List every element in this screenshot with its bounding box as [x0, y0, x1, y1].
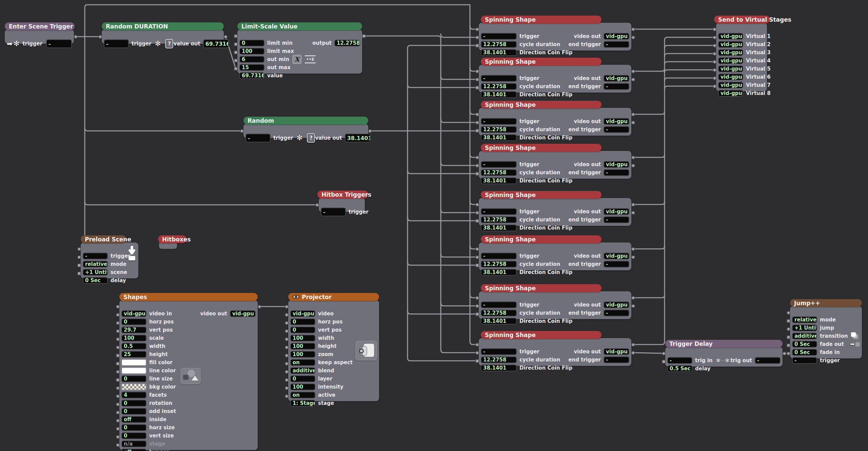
input-port[interactable]: [713, 36, 716, 39]
cycle-duration-value[interactable]: 12.2758: [481, 41, 517, 48]
output-port[interactable]: [631, 164, 635, 168]
wire[interactable]: [633, 202, 665, 204]
scene-value[interactable]: +1 Untit: [83, 269, 108, 276]
cycle-duration-value[interactable]: 12.2758: [481, 126, 517, 133]
node-header[interactable]: Hitboxes: [158, 235, 186, 243]
output-port[interactable]: [631, 247, 635, 251]
input-port[interactable]: [285, 313, 289, 317]
cycle-duration-value[interactable]: 12.2758: [481, 356, 517, 363]
wire[interactable]: [408, 262, 477, 265]
input-port[interactable]: [475, 172, 479, 176]
input-port[interactable]: [787, 311, 790, 315]
end-trigger-out-value[interactable]: -: [604, 216, 629, 223]
input-port[interactable]: [116, 427, 120, 431]
intensity-value[interactable]: 100: [290, 384, 315, 390]
input-port[interactable]: [116, 337, 120, 341]
input-port[interactable]: [475, 247, 479, 251]
bkg-color-swatch[interactable]: [121, 384, 146, 390]
value-out-out-value[interactable]: 69.7316: [203, 39, 229, 48]
trigger-value[interactable]: -: [481, 33, 517, 40]
input-port[interactable]: [713, 44, 716, 47]
input-port[interactable]: [475, 211, 479, 215]
wire[interactable]: [441, 209, 477, 213]
fade-in-value[interactable]: 0 Sec: [792, 349, 817, 356]
input-port[interactable]: [116, 346, 120, 349]
input-port[interactable]: [116, 394, 120, 398]
node-header[interactable]: Spinning Shape: [481, 144, 601, 152]
input-port[interactable]: [713, 76, 716, 80]
cycle-duration-value[interactable]: 12.2758: [481, 216, 517, 223]
wire[interactable]: [408, 170, 477, 174]
input-port[interactable]: [662, 360, 666, 364]
video-out-out-value[interactable]: vid-gpu: [604, 75, 629, 82]
input-port[interactable]: [285, 362, 289, 366]
output-port[interactable]: [631, 255, 635, 259]
output-port[interactable]: [631, 203, 635, 207]
trigger-value[interactable]: -: [245, 134, 271, 142]
end-trigger-out-value[interactable]: -: [604, 169, 629, 176]
cycle-duration-value[interactable]: 12.2758: [481, 169, 517, 176]
input-port[interactable]: [285, 378, 289, 382]
inside-value[interactable]: off: [121, 416, 146, 423]
input-port[interactable]: [475, 219, 479, 223]
output-port[interactable]: [258, 305, 261, 309]
trigger-value[interactable]: -: [321, 208, 346, 216]
input-port[interactable]: [234, 67, 238, 71]
wire[interactable]: [85, 128, 242, 131]
input-port[interactable]: [77, 272, 81, 275]
input-port[interactable]: [475, 359, 479, 363]
input-port[interactable]: [285, 321, 289, 325]
video-out-out-value[interactable]: vid-gpu: [604, 301, 629, 308]
input-port[interactable]: [787, 319, 790, 323]
output-port[interactable]: [631, 211, 635, 215]
output-port[interactable]: [631, 296, 635, 300]
wire[interactable]: [408, 84, 477, 87]
input-port[interactable]: [475, 44, 479, 47]
end-trigger-out-value[interactable]: -: [604, 310, 629, 316]
node-header[interactable]: Preload Scene: [81, 235, 126, 243]
out-min-value[interactable]: 6: [239, 56, 264, 63]
output-port[interactable]: [631, 156, 635, 159]
output-port[interactable]: [631, 36, 635, 39]
width-value[interactable]: 0.5: [121, 343, 146, 350]
vert-pos-value[interactable]: 0: [290, 327, 315, 333]
out-max-value[interactable]: 15: [239, 64, 264, 71]
input-port[interactable]: [234, 34, 238, 38]
trigger-value[interactable]: -: [481, 208, 517, 215]
node-header[interactable]: Spinning Shape: [481, 101, 601, 109]
trigger-value[interactable]: -: [83, 253, 108, 259]
node-header[interactable]: Random: [243, 117, 368, 124]
input-port[interactable]: [713, 68, 716, 72]
output-port[interactable]: [74, 35, 78, 39]
input-port[interactable]: [315, 203, 319, 207]
height-value[interactable]: 100: [290, 343, 315, 350]
output-port[interactable]: [224, 35, 228, 39]
input-port[interactable]: [475, 156, 479, 159]
wire[interactable]: [665, 62, 714, 64]
input-port[interactable]: [240, 129, 244, 133]
input-port[interactable]: [77, 255, 81, 259]
video-out-out-value[interactable]: vid-gpu: [604, 253, 629, 259]
virtual-8-value[interactable]: vid-gpu: [718, 90, 743, 97]
wire[interactable]: [441, 302, 477, 306]
video-value[interactable]: vid-gpu: [290, 310, 315, 317]
virtual-6-value[interactable]: vid-gpu: [718, 74, 743, 80]
output-port[interactable]: [362, 34, 366, 38]
trigger-value[interactable]: -: [104, 39, 129, 48]
fill-color-swatch[interactable]: [121, 359, 146, 366]
direction-coin-flip-value[interactable]: 38.1401: [481, 177, 517, 184]
input-port[interactable]: [234, 51, 238, 54]
node-header[interactable]: Trigger Delay: [665, 340, 783, 348]
input-port[interactable]: [475, 304, 479, 308]
video-out-out-value[interactable]: vid-gpu: [604, 118, 629, 125]
input-port[interactable]: [285, 305, 289, 309]
input-port[interactable]: [475, 351, 479, 355]
video-out-out-value[interactable]: vid-gpu: [604, 348, 629, 355]
wire[interactable]: [665, 54, 714, 56]
mode-value[interactable]: relative: [792, 316, 817, 323]
limit-max-value[interactable]: 100: [239, 48, 264, 55]
video-in-value[interactable]: vid-gpu: [121, 310, 146, 317]
input-port[interactable]: [285, 370, 289, 374]
wire[interactable]: [633, 112, 665, 114]
wire[interactable]: [633, 246, 665, 249]
